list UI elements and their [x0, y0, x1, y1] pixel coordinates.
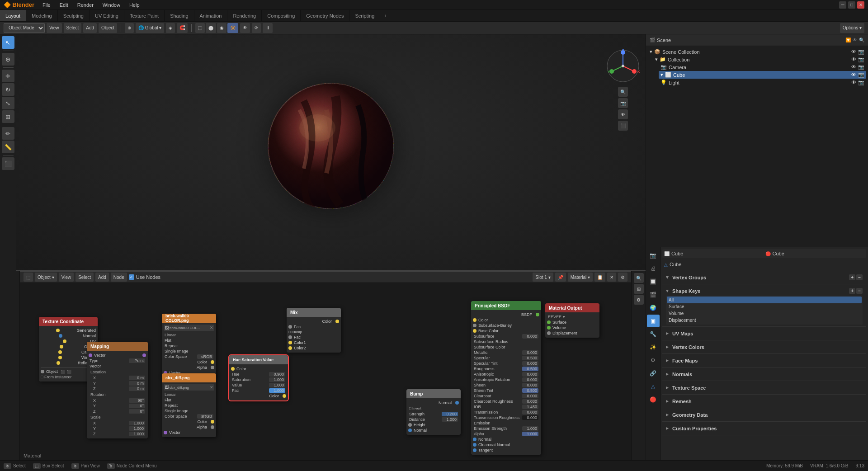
normals-header[interactable]: ▸ Normals [666, 369, 863, 379]
object-menu-btn[interactable]: Object [99, 23, 117, 33]
prop-scene-btn[interactable]: 🎬 [647, 288, 660, 301]
global-btn[interactable]: 🌐 Global ▾ [136, 23, 164, 33]
ne-view-btn[interactable]: View [59, 273, 74, 282]
ne-close-btn[interactable]: ✕ [607, 273, 616, 282]
ne-add-btn[interactable]: Add [95, 273, 109, 282]
pivot-btn[interactable]: ◈ [166, 23, 175, 33]
material-output-node[interactable]: Material Output EEVEE ▾ Surface Volume [545, 303, 599, 338]
principled-bsdf-node[interactable]: Principled BSDF BSDF Color Subsurface-Bu… [471, 301, 541, 455]
tab-modeling[interactable]: Modeling [26, 10, 58, 21]
overlay-btn[interactable]: 👁 [240, 23, 250, 33]
tab-texture-paint[interactable]: Texture Paint [124, 10, 165, 21]
minimize-button[interactable]: ─ [839, 1, 846, 9]
cursor-tool-btn[interactable]: ⊕ [2, 53, 14, 66]
sc-render[interactable]: 📷 [858, 49, 864, 55]
tab-compositing[interactable]: Compositing [262, 10, 301, 21]
vertex-colors-header[interactable]: ▸ Vertex Colors [666, 342, 863, 352]
ne-material-btn[interactable]: Material ▾ [568, 273, 593, 282]
bump-node[interactable]: Bump Normal □ Invert Strength0.200 Dista… [406, 389, 461, 435]
prop-particles-btn[interactable]: ✨ [647, 341, 660, 353]
tab-rendering[interactable]: Rendering [227, 10, 262, 21]
vertex-groups-header[interactable]: ▾ Vertex Groups + − [666, 273, 863, 282]
scale-tool-btn[interactable]: ⤡ [2, 97, 14, 109]
prop-constraints-btn[interactable]: 🔗 [647, 367, 660, 380]
image-texture-color-node[interactable]: brick-wall09 COLOR.png 🖼brick-wall09 COL… [162, 314, 216, 377]
3d-viewport[interactable]: Z X Y 🔍 [16, 34, 646, 270]
measure-tool-btn[interactable]: 📏 [2, 141, 14, 153]
ne-options-btn[interactable]: ⚙ [618, 273, 627, 282]
menu-render[interactable]: Render [75, 2, 96, 8]
uv-maps-header[interactable]: ▸ UV Maps [666, 329, 863, 338]
local-view-btn[interactable]: ⬛ [618, 121, 628, 131]
rotate-tool-btn[interactable]: ↻ [2, 83, 14, 96]
prop-modifier-btn[interactable]: 🔧 [647, 328, 660, 340]
pause-btn[interactable]: ⏸ [263, 23, 273, 33]
face-maps-header[interactable]: ▸ Face Maps [666, 356, 863, 365]
ne-settings-btn[interactable]: ⚙ [634, 295, 644, 305]
menu-edit[interactable]: Edit [57, 2, 71, 8]
zoom-in-btn[interactable]: 🔍 [618, 87, 628, 97]
sk-surface-item[interactable]: Surface [667, 303, 862, 310]
navigation-gizmo-svg[interactable]: Z X Y [605, 48, 641, 84]
shape-keys-header[interactable]: ▾ Shape Keys + − [666, 286, 863, 296]
col-render[interactable]: 📷 [858, 57, 864, 62]
display-icon[interactable]: 👁 [853, 38, 857, 42]
node-editor[interactable]: ⬚ Object ▾ View Select Add Node ✓ Use No… [20, 271, 631, 460]
collection-item[interactable]: ▾ 📁 Collection 👁 📷 [653, 56, 866, 63]
geometry-data-header[interactable]: ▸ Geometry Data [666, 410, 863, 419]
sc-eye[interactable]: 👁 [851, 49, 856, 55]
light-item[interactable]: 💡 Light 👁 📷 [659, 79, 866, 86]
hue-saturation-node[interactable]: Hue Saturation Value Color Hue0.900 Satu… [229, 355, 288, 400]
cube-eye[interactable]: 👁 [851, 72, 856, 78]
camera-item[interactable]: 📷 Camera 👁 📷 [659, 63, 866, 71]
cube-item[interactable]: ▾ ⬜ Cube 👁 📷 [659, 71, 866, 79]
prop-physics-btn[interactable]: ⚙ [647, 354, 660, 367]
tab-geometry-nodes[interactable]: Geometry Nodes [301, 10, 349, 21]
sk-volume-item[interactable]: Volume [667, 310, 862, 317]
prop-view-btn[interactable]: 🔲 [647, 275, 660, 288]
col-eye[interactable]: 👁 [851, 57, 856, 62]
prop-data-btn[interactable]: △ [647, 380, 660, 393]
add-cube-btn[interactable]: ⬛ [2, 157, 14, 170]
cam-render[interactable]: 📷 [858, 64, 864, 70]
wireframe-btn[interactable]: ⬚ [195, 23, 205, 33]
ne-select-btn[interactable]: Select [75, 273, 94, 282]
ne-copy-btn[interactable]: 📋 [594, 273, 605, 282]
object-mode-select[interactable]: Object Mode Edit Mode Sculpt Mode [4, 23, 45, 33]
options-btn[interactable]: Options ▾ [840, 23, 864, 33]
view-menu-btn[interactable]: View [47, 23, 62, 33]
mix-node[interactable]: Mix Color Fac □ Clamp [287, 308, 341, 353]
custom-properties-header[interactable]: ▸ Custom Properties [666, 424, 863, 433]
ne-tool-btn[interactable]: ⊞ [634, 284, 644, 294]
sk-remove-btn[interactable]: − [856, 288, 863, 294]
sk-all-item[interactable]: All [667, 297, 862, 303]
outliner-search-icon[interactable]: 🔍 [859, 38, 864, 42]
ne-node-btn[interactable]: Node [111, 273, 127, 282]
material-preview-btn[interactable]: ◉ [217, 23, 226, 33]
ne-slot-btn[interactable]: Slot 1 ▾ [533, 273, 553, 282]
prop-object-btn[interactable]: ▣ [647, 315, 660, 327]
prop-world-btn[interactable]: 🌍 [647, 301, 660, 314]
transform-tool-btn[interactable]: ⊞ [2, 110, 14, 123]
filter-icon[interactable]: 🔽 [845, 38, 851, 42]
prop-output-btn[interactable]: 🖨 [647, 262, 660, 275]
tab-uv-editing[interactable]: UV Editing [90, 10, 124, 21]
ne-object-btn[interactable]: Object ▾ [35, 273, 57, 282]
mapping-node[interactable]: Mapping Vector Type Point [87, 342, 148, 438]
light-eye[interactable]: 👁 [851, 80, 856, 85]
ne-editor-type-btn[interactable]: ⬚ [24, 273, 33, 282]
vg-add-btn[interactable]: + [849, 274, 855, 280]
remesh-header[interactable]: ▸ Remesh [666, 396, 863, 406]
add-menu-btn[interactable]: Add [83, 23, 97, 33]
ne-pin-btn[interactable]: 📌 [555, 273, 566, 282]
move-tool-btn[interactable]: ✛ [2, 70, 14, 82]
gizmo-btn[interactable]: ⟳ [252, 23, 261, 33]
close-button[interactable]: ✕ [857, 1, 864, 9]
add-workspace-button[interactable]: + [380, 13, 390, 19]
node-canvas[interactable]: Texture Coordinate Generated Normal [20, 283, 631, 460]
ne-zoom-btn[interactable]: 🔍 [634, 273, 644, 283]
texture-space-header[interactable]: ▸ Texture Space [666, 383, 863, 392]
menu-file[interactable]: File [40, 2, 53, 8]
tab-sculpting[interactable]: Sculpting [58, 10, 90, 21]
cam-eye[interactable]: 👁 [851, 64, 856, 70]
